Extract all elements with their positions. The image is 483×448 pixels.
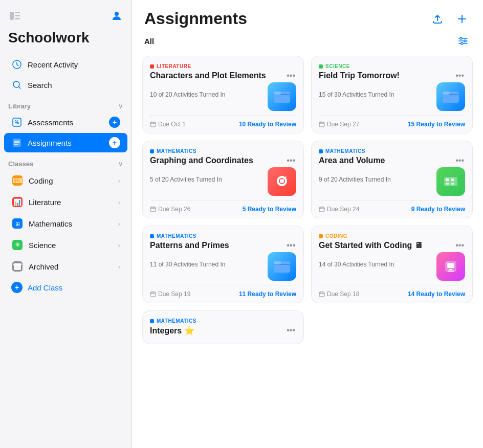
card-review-count: 15 Ready to Review bbox=[408, 121, 465, 128]
card-header: Get Started with Coding 🖥 ••• bbox=[319, 241, 465, 250]
search-icon bbox=[11, 79, 23, 91]
card-more-button[interactable]: ••• bbox=[454, 71, 465, 80]
add-button[interactable] bbox=[453, 10, 471, 28]
sidebar-toggle-button[interactable] bbox=[7, 8, 23, 24]
svg-rect-54 bbox=[451, 183, 454, 185]
card-header: Characters and Plot Elements ••• bbox=[150, 71, 296, 80]
card-subject-tag: MATHEMATICS bbox=[150, 148, 296, 154]
card-header: Integers ⭐ ••• bbox=[150, 326, 296, 335]
science-label: Science bbox=[29, 241, 113, 250]
svg-rect-71 bbox=[319, 292, 324, 297]
card-more-button[interactable]: ••• bbox=[286, 241, 296, 250]
sidebar-title: Schoolwork bbox=[0, 28, 131, 54]
add-class-label: Add Class bbox=[28, 283, 62, 292]
card-footer: Due Oct 1 10 Ready to Review bbox=[150, 115, 296, 133]
classes-chevron-icon[interactable]: ∨ bbox=[118, 160, 123, 168]
card-body: 10 of 20 Activities Turned In bbox=[150, 81, 296, 112]
add-assessment-button[interactable]: + bbox=[109, 117, 120, 128]
add-class-button[interactable]: + Add Class bbox=[4, 278, 127, 297]
svg-rect-61 bbox=[274, 261, 281, 264]
sidebar: Schoolwork Recent Activity Search Librar… bbox=[0, 0, 132, 448]
svg-rect-50 bbox=[444, 177, 457, 186]
card-more-button[interactable]: ••• bbox=[454, 156, 465, 165]
library-section-header: Library ∨ bbox=[0, 95, 131, 112]
card-title: Characters and Plot Elements bbox=[150, 71, 286, 80]
card-title: Graphing and Coordinates bbox=[150, 156, 286, 165]
profile-button[interactable] bbox=[109, 8, 124, 24]
add-assignment-button[interactable]: + bbox=[109, 137, 120, 148]
svg-rect-22 bbox=[14, 265, 21, 270]
svg-text:%: % bbox=[15, 120, 19, 125]
card-header: Patterns and Primes ••• bbox=[150, 241, 296, 250]
assignment-card-characters-plot[interactable]: LITERATURE Characters and Plot Elements … bbox=[142, 56, 304, 133]
upload-button[interactable] bbox=[429, 10, 446, 28]
sidebar-item-literature[interactable]: 📊 Literature › bbox=[4, 192, 127, 212]
mathematics-label: Mathematics bbox=[29, 219, 113, 228]
card-subject-tag: MATHEMATICS bbox=[319, 148, 465, 154]
card-more-button[interactable]: ••• bbox=[454, 241, 465, 250]
assignment-card-field-trip[interactable]: SCIENCE Field Trip Tomorrow! ••• 15 of 3… bbox=[311, 56, 473, 133]
card-title: Field Trip Tomorrow! bbox=[319, 71, 454, 80]
svg-point-4 bbox=[115, 12, 119, 16]
card-app-icon bbox=[436, 167, 465, 196]
card-more-button[interactable]: ••• bbox=[286, 71, 296, 80]
assignment-card-coding[interactable]: CODING Get Started with Coding 🖥 ••• 14 … bbox=[311, 226, 473, 303]
assignments-icon bbox=[11, 137, 23, 148]
sidebar-item-archived[interactable]: Archived › bbox=[4, 256, 127, 277]
sidebar-item-assignments[interactable]: Assignments + bbox=[4, 133, 127, 152]
card-activities: 5 of 20 Activities Turned In bbox=[150, 176, 222, 183]
svg-text:📊: 📊 bbox=[13, 198, 22, 207]
coding-label: Coding bbox=[29, 176, 113, 185]
svg-rect-44 bbox=[150, 149, 154, 153]
card-review-count: 9 Ready to Review bbox=[411, 206, 465, 213]
svg-rect-2 bbox=[15, 15, 20, 16]
literature-class-icon: 📊 bbox=[11, 196, 24, 208]
card-due-date: Due Sep 18 bbox=[319, 290, 359, 298]
card-app-icon bbox=[436, 252, 465, 281]
sidebar-item-coding[interactable]: ⌨ Coding › bbox=[4, 170, 127, 191]
card-footer: Due Sep 19 11 Ready to Review bbox=[150, 285, 296, 303]
svg-rect-55 bbox=[319, 207, 324, 212]
sidebar-item-recent-activity[interactable]: Recent Activity bbox=[4, 55, 127, 74]
sidebar-item-search[interactable]: Search bbox=[4, 75, 127, 95]
card-subject-tag: MATHEMATICS bbox=[150, 233, 296, 239]
card-subject-tag: CODING bbox=[319, 233, 465, 239]
card-app-icon bbox=[268, 167, 296, 196]
card-review-count: 5 Ready to Review bbox=[243, 206, 296, 213]
classes-section-title: Classes bbox=[8, 160, 33, 168]
add-class-plus-icon: + bbox=[11, 282, 23, 293]
card-app-icon bbox=[436, 82, 465, 111]
card-subject-tag: SCIENCE bbox=[319, 63, 465, 69]
card-more-button[interactable]: ••• bbox=[286, 156, 296, 165]
page-title: Assignments bbox=[144, 9, 247, 28]
assignment-card-graphing[interactable]: MATHEMATICS Graphing and Coordinates •••… bbox=[142, 141, 304, 218]
library-chevron-icon[interactable]: ∨ bbox=[118, 102, 123, 110]
assignment-card-patterns[interactable]: MATHEMATICS Patterns and Primes ••• 11 o… bbox=[142, 226, 304, 303]
svg-point-6 bbox=[13, 81, 19, 87]
svg-rect-37 bbox=[319, 64, 323, 69]
card-body: 15 of 30 Activities Turned In bbox=[319, 81, 465, 112]
svg-rect-39 bbox=[443, 92, 450, 95]
sidebar-item-assessments[interactable]: % Assessments + bbox=[4, 113, 127, 132]
card-body: 11 of 30 Activities Turned In bbox=[150, 251, 296, 282]
assignment-card-integers[interactable]: MATHEMATICS Integers ⭐ ••• bbox=[142, 310, 304, 344]
assessments-icon: % bbox=[11, 117, 23, 128]
card-more-button[interactable]: ••• bbox=[286, 326, 296, 335]
filter-sliders-button[interactable] bbox=[455, 33, 471, 49]
filter-row: All bbox=[132, 28, 483, 54]
science-chevron-icon: › bbox=[118, 241, 120, 249]
card-due-date: Due Sep 26 bbox=[150, 206, 190, 213]
assignment-card-area-volume[interactable]: MATHEMATICS Area and Volume ••• 9 of 20 … bbox=[311, 141, 473, 218]
card-app-icon bbox=[268, 252, 296, 281]
card-activities: 9 of 20 Activities Turned In bbox=[319, 176, 391, 183]
sidebar-item-science[interactable]: ✳ Science › bbox=[4, 235, 127, 255]
svg-point-28 bbox=[464, 40, 466, 42]
svg-rect-52 bbox=[451, 178, 454, 181]
card-due-date: Due Oct 1 bbox=[150, 121, 186, 128]
coding-class-icon: ⌨ bbox=[11, 174, 24, 187]
svg-rect-0 bbox=[10, 12, 14, 20]
card-due-date: Due Sep 27 bbox=[319, 121, 359, 128]
sidebar-top-bar bbox=[0, 8, 131, 28]
filter-label: All bbox=[144, 37, 154, 46]
sidebar-item-mathematics[interactable]: ⊞ Mathematics › bbox=[4, 213, 127, 234]
